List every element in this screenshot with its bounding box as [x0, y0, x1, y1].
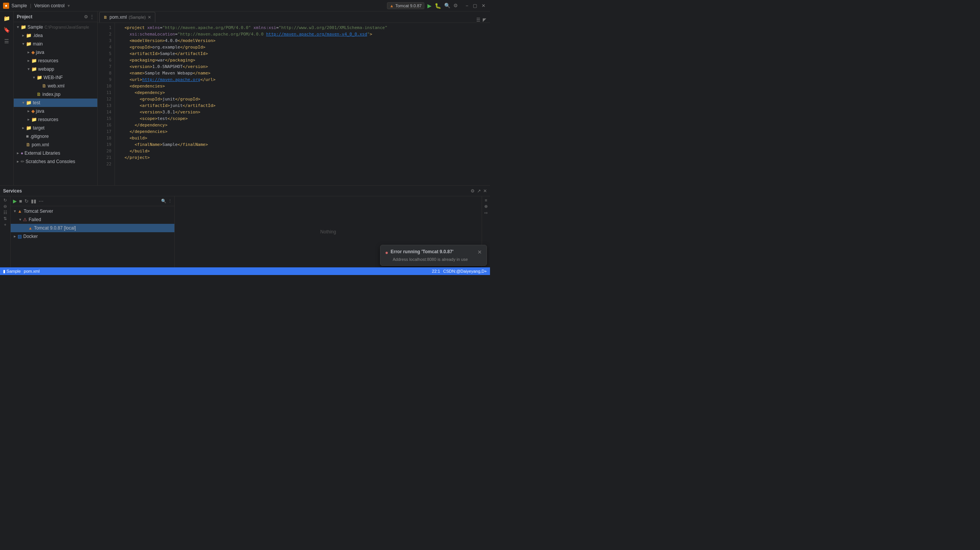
- external-libs-label: External Libraries: [24, 150, 60, 156]
- output-icon-3[interactable]: ⇨: [484, 210, 488, 215]
- webxml-icon: 🗎: [42, 83, 47, 89]
- git-icon: ■: [26, 134, 29, 139]
- sidebar-item-bookmarks[interactable]: 🔖: [2, 24, 12, 35]
- sidebar-item-project[interactable]: 📁: [2, 13, 12, 24]
- tree-item-target[interactable]: ► 📁 target: [14, 124, 97, 132]
- status-left: ▮ Sample pom.xml: [3, 269, 40, 274]
- main-label: main: [33, 41, 43, 47]
- idea-label: .idea: [33, 33, 43, 38]
- output-icon-2[interactable]: ⊕: [484, 204, 488, 209]
- tree-item-webinf[interactable]: ▼ 📁 WEB-INF: [14, 73, 97, 82]
- expand-arrow: ►: [15, 160, 21, 163]
- tree-item-sample[interactable]: ▼ 📁 Sample C:\Programs\Java\Sample: [14, 23, 97, 31]
- suspend-icon[interactable]: ▮▮: [31, 198, 36, 204]
- close-button[interactable]: ✕: [480, 3, 487, 8]
- target-label: target: [33, 125, 45, 131]
- encoding-status[interactable]: CSDN:@Daiyeyang,D+: [443, 269, 487, 273]
- notification-popup: ● Error running 'Tomcat 9.0.87' ✕ Addres…: [380, 245, 487, 266]
- tree-item-scratches[interactable]: ► ✏ Scratches and Consoles: [14, 157, 97, 166]
- tree-item-resources-main[interactable]: ► 📁 resources: [14, 57, 97, 65]
- tree-item-indexjsp[interactable]: ► 🗎 index.jsp: [14, 90, 97, 99]
- tomcat-server-label: Tomcat Server: [24, 209, 53, 214]
- title-bar: ■ Sample | Version control ▾ ▲ Tomcat 9.…: [0, 0, 490, 11]
- debug-button[interactable]: 🐛: [435, 3, 441, 9]
- run-icon[interactable]: ▶: [13, 198, 17, 204]
- services-tree-failed[interactable]: ▼ ⚠ Failed: [11, 215, 174, 224]
- failed-icon: ⚠: [23, 217, 27, 222]
- services-tree: ▼ ▲ Tomcat Server ▼ ⚠ Failed ► ▲ Tomcat …: [11, 206, 174, 267]
- app-icon: ■: [3, 3, 9, 9]
- run-button[interactable]: ▶: [427, 3, 432, 9]
- panel-icon-gear[interactable]: ⚙: [84, 14, 88, 19]
- project-menu[interactable]: Sample: [11, 3, 27, 8]
- expand-arrow: ▼: [21, 101, 26, 105]
- sidebar-item-structure[interactable]: ☰: [2, 36, 12, 47]
- tree-item-webxml[interactable]: ► 🗎 web.xml: [14, 82, 97, 90]
- editor-tab-pomxml[interactable]: 🗎 pom.xml (Sample) ✕: [99, 12, 155, 23]
- recent-files-icon[interactable]: ☰: [476, 17, 480, 23]
- settings-icon[interactable]: ⚙: [453, 3, 458, 8]
- restart-icon[interactable]: ↻: [24, 198, 29, 204]
- output-icon-1[interactable]: ≡: [485, 198, 487, 202]
- webapp-icon: 📁: [31, 66, 37, 72]
- notification-body: Address localhost:8080 is already in use: [385, 257, 482, 262]
- target-icon: 📁: [26, 125, 32, 131]
- cursor-position[interactable]: 22:1: [432, 269, 440, 273]
- tree-item-gitignore[interactable]: ► ■ .gitignore: [14, 132, 97, 141]
- close-icon[interactable]: ✕: [483, 188, 487, 194]
- tree-item-main[interactable]: ▼ 📁 main: [14, 40, 97, 48]
- services-collapse-icon[interactable]: ⊖: [3, 204, 7, 209]
- tree-item-pomxml[interactable]: ► 🗎 pom.xml: [14, 141, 97, 149]
- stop-icon[interactable]: ■: [19, 198, 22, 204]
- zoom-icon[interactable]: 🔍: [161, 199, 166, 204]
- notification-close-button[interactable]: ✕: [477, 249, 482, 255]
- services-add-icon[interactable]: +: [4, 222, 6, 227]
- services-tree-panel: ▶ ■ ↻ ▮▮ ⋯ 🔍 ⋮ ▼ ▲ Tomcat Server: [11, 196, 175, 267]
- file-status[interactable]: pom.xml: [24, 269, 40, 273]
- settings-icon[interactable]: ⚙: [471, 188, 475, 194]
- tree-item-external-libs[interactable]: ► ● External Libraries: [14, 149, 97, 157]
- tomcat-badge[interactable]: ▲ Tomcat 9.0.87: [387, 2, 424, 9]
- maximize-button[interactable]: ▢: [471, 3, 479, 8]
- expand-arrow: ►: [21, 34, 26, 37]
- more-icon[interactable]: ⋮: [168, 199, 172, 204]
- status-bar: ▮ Sample pom.xml 22:1 CSDN:@Daiyeyang,D+: [0, 267, 490, 275]
- services-tree-tomcat[interactable]: ▼ ▲ Tomcat Server: [11, 207, 174, 215]
- webinf-label: WEB-INF: [44, 75, 63, 80]
- notification-title: Error running 'Tomcat 9.0.87': [390, 249, 477, 254]
- git-branch-status[interactable]: ▮ Sample: [3, 269, 21, 274]
- more-actions-icon[interactable]: ⋯: [39, 198, 44, 204]
- webapp-label: webapp: [38, 66, 54, 72]
- res-test-label: resources: [38, 117, 58, 122]
- resources-icon: 📁: [31, 58, 37, 63]
- services-refresh-icon[interactable]: ↻: [3, 198, 7, 203]
- tree-item-test[interactable]: ▼ 📁 test: [14, 99, 97, 107]
- status-right: 22:1 CSDN:@Daiyeyang,D+: [432, 269, 487, 273]
- expand-arrow: ►: [12, 235, 18, 238]
- services-tree-docker[interactable]: ► ▨ Docker: [11, 232, 174, 241]
- tab-label: pom.xml: [110, 15, 127, 20]
- services-tree-tomcat-local[interactable]: ► ▲ Tomcat 9.0.87 [local]: [11, 224, 174, 232]
- project-panel-title: Project: [17, 14, 32, 19]
- split-icon[interactable]: ◤: [483, 17, 486, 23]
- tab-subtitle: (Sample): [129, 15, 146, 19]
- minimize-button[interactable]: −: [464, 3, 470, 8]
- tree-item-java-test[interactable]: ► ◆ java: [14, 107, 97, 115]
- panel-header-icons: ⚙ ⋮: [84, 14, 94, 19]
- tree-item-java-main[interactable]: ► ◆ java: [14, 48, 97, 57]
- services-sort-icon[interactable]: ⇅: [3, 216, 7, 221]
- gitignore-label: .gitignore: [30, 134, 48, 139]
- tree-item-resources-test[interactable]: ► 📁 resources: [14, 115, 97, 124]
- expand-arrow: ►: [21, 126, 26, 130]
- tree-item-idea[interactable]: ► 📁 .idea: [14, 31, 97, 40]
- version-control-menu[interactable]: Version control: [34, 3, 64, 8]
- tree-item-webapp[interactable]: ▼ 📁 webapp: [14, 65, 97, 73]
- services-title: Services: [3, 188, 22, 194]
- tab-close-button[interactable]: ✕: [148, 15, 151, 20]
- expand-icon[interactable]: ↗: [477, 188, 481, 194]
- search-icon[interactable]: 🔍: [444, 3, 450, 8]
- services-filter-icon[interactable]: ☷: [3, 210, 7, 215]
- panel-icon-expand[interactable]: ⋮: [90, 14, 94, 19]
- expand-arrow: ►: [26, 59, 31, 63]
- expand-arrow: ▼: [15, 25, 21, 29]
